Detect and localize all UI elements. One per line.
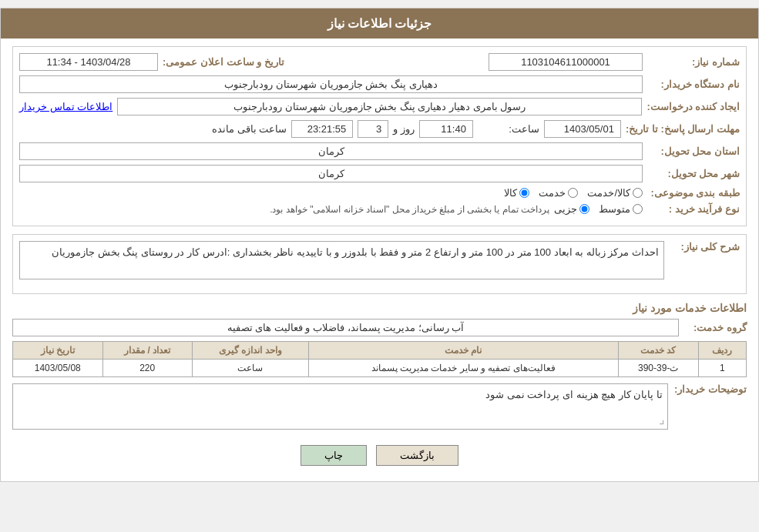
service-group-label: گروه خدمت: [685, 322, 747, 333]
city-value: کرمان [19, 165, 643, 182]
category-khadamat-label: خدمت [539, 187, 566, 199]
category-radio-khadamat-input[interactable] [568, 188, 578, 198]
remaining-label: ساعت باقی مانده [212, 123, 287, 135]
service-table: ردیف کد خدمت نام خدمت واحد اندازه گیری ت… [12, 341, 747, 377]
creator-value: رسول بامری دهیار دهیاری پنگ بخش جازموریا… [117, 98, 642, 115]
row-city: شهر محل تحویل: کرمان [19, 165, 740, 182]
row-deadline: مهلت ارسال پاسخ: تا تاریخ: 1403/05/01 سا… [19, 120, 740, 138]
col-date: تاریخ نیاز [13, 342, 103, 360]
resize-handle: ⌟ [659, 412, 665, 427]
date-time-label: تاریخ و ساعت اعلان عمومی: [163, 56, 284, 68]
category-radio-kala-khadamat-input[interactable] [633, 188, 643, 198]
cell-date: 1403/05/08 [13, 360, 103, 377]
col-qty: تعداد / مقدار [102, 342, 192, 360]
page-header: جزئیات اطلاعات نیاز [1, 8, 758, 38]
buyer-station-value: دهیاری پنگ بخش جازموریان شهرستان رودبارج… [19, 75, 643, 93]
deadline-label: مهلت ارسال پاسخ: تا تاریخ: [626, 123, 740, 135]
process-radio-motawaset-input[interactable] [633, 204, 643, 214]
province-value: کرمان [19, 142, 643, 160]
description-section: شرح کلی نیاز: احداث مرکز زباله به ابعاد … [12, 234, 747, 294]
process-type-label: نوع فرآیند خرید : [647, 203, 740, 215]
description-label: شرح کلی نیاز: [670, 241, 740, 253]
process-jozi-label: جزیی [554, 203, 577, 215]
buyer-station-label: نام دستگاه خریدار: [647, 79, 740, 90]
page-title: جزئیات اطلاعات نیاز [327, 17, 432, 30]
buyer-description-label: توضیحات خریدار: [674, 383, 747, 395]
col-unit: واحد اندازه گیری [192, 342, 308, 360]
category-label: طبقه بندی موضوعی: [647, 187, 740, 199]
services-section-title: اطلاعات خدمات مورد نیاز [12, 302, 747, 314]
cell-code: ث-39-390 [618, 360, 698, 377]
process-radio-jozi: جزیی [554, 203, 589, 215]
content-area: شماره نیاز: 1103104611000001 تاریخ و ساع… [1, 38, 758, 481]
province-label: استان محل تحویل: [647, 146, 740, 157]
category-radio-kala: کالا [504, 187, 529, 199]
table-row: 1ث-39-390فعالیت‌های تصفیه و سایر خدمات م… [13, 360, 747, 377]
page-wrapper: جزئیات اطلاعات نیاز شماره نیاز: 11031046… [0, 8, 759, 482]
row-creator: ایجاد کننده درخواست: رسول بامری دهیار ده… [19, 98, 740, 115]
top-section: شماره نیاز: 1103104611000001 تاریخ و ساع… [12, 46, 747, 226]
buyer-description-value: تا پایان کار هیچ هزینه ای پرداخت نمی شود [485, 389, 663, 400]
contact-link[interactable]: اطلاعات تماس خریدار [19, 101, 113, 112]
cell-unit: ساعت [192, 360, 308, 377]
row-province: استان محل تحویل: کرمان [19, 142, 740, 160]
need-number-value: 1103104611000001 [489, 53, 643, 71]
service-table-body: 1ث-39-390فعالیت‌های تصفیه و سایر خدمات م… [13, 360, 747, 377]
process-radio-jozi-input[interactable] [579, 204, 589, 214]
category-kala-khadamat-label: کالا/خدمت [587, 187, 630, 199]
process-radio-motawaset: متوسط [599, 203, 643, 215]
process-motawaset-label: متوسط [599, 203, 630, 215]
back-button[interactable]: بازگشت [376, 445, 458, 466]
response-time-label: ساعت: [478, 123, 539, 135]
response-date-value: 1403/05/01 [544, 120, 621, 138]
print-button[interactable]: چاپ [301, 445, 367, 466]
row-buyer-station: نام دستگاه خریدار: دهیاری پنگ بخش جازمور… [19, 75, 740, 93]
col-name: نام خدمت [308, 342, 618, 360]
description-value: احداث مرکز زباله به ابعاد 100 متر در 100… [19, 241, 664, 279]
category-radio-group: کالا/خدمت خدمت کالا [504, 187, 643, 199]
process-radio-group: متوسط جزیی [554, 203, 643, 215]
category-radio-kala-input[interactable] [519, 188, 529, 198]
description-row: شرح کلی نیاز: احداث مرکز زباله به ابعاد … [19, 241, 740, 279]
city-label: شهر محل تحویل: [647, 168, 740, 179]
date-time-value: 1403/04/28 - 11:34 [19, 53, 158, 71]
service-group-value: آب رسانی؛ مدیریت پسماند، فاضلاب و فعالیت… [12, 319, 679, 336]
btn-group: بازگشت چاپ [12, 437, 747, 473]
need-number-label: شماره نیاز: [647, 56, 740, 68]
service-group-row: گروه خدمت: آب رسانی؛ مدیریت پسماند، فاضل… [12, 319, 747, 336]
row-need-number: شماره نیاز: 1103104611000001 تاریخ و ساع… [19, 53, 740, 71]
days-value: 3 [358, 120, 388, 138]
days-label: روز و [393, 123, 415, 135]
buyer-description-box: تا پایان کار هیچ هزینه ای پرداخت نمی شود… [12, 383, 668, 430]
col-row: ردیف [698, 342, 746, 360]
category-kala-label: کالا [504, 187, 517, 199]
service-table-header: ردیف کد خدمت نام خدمت واحد اندازه گیری ت… [13, 342, 747, 360]
category-radio-khadamat: خدمت [539, 187, 578, 199]
category-radio-kala-khadamat: کالا/خدمت [587, 187, 643, 199]
buyer-description-row: توضیحات خریدار: تا پایان کار هیچ هزینه ا… [12, 383, 747, 430]
col-code: کد خدمت [618, 342, 698, 360]
cell-name: فعالیت‌های تصفیه و سایر خدمات مدیریت پسم… [308, 360, 618, 377]
cell-quantity: 220 [102, 360, 192, 377]
creator-label: ایجاد کننده درخواست: [646, 101, 740, 112]
cell-row: 1 [698, 360, 746, 377]
process-notice: پرداخت تمام یا بخشی از مبلغ خریداز محل "… [19, 204, 549, 215]
response-time-value: 11:40 [419, 120, 473, 138]
row-category: طبقه بندی موضوعی: کالا/خدمت خدمت کالا [19, 187, 740, 199]
remaining-value: 23:21:55 [291, 120, 353, 138]
row-process-type: نوع فرآیند خرید : متوسط جزیی پرداخت تمام… [19, 203, 740, 215]
